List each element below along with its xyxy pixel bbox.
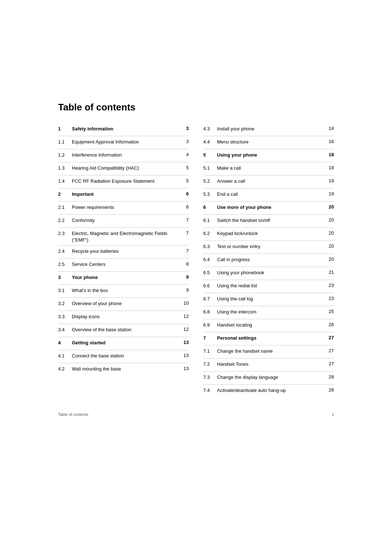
toc-num: 3.1 [58,287,72,294]
toc-label: Overview of your phone [72,300,180,307]
toc-label: Text or number entry [217,243,325,250]
toc-num: 3.4 [58,326,72,333]
toc-entry: 2.3Electric, Magnetic and Electromagneti… [58,228,189,246]
toc-page: 28 [325,373,334,380]
toc-label: Recycle your batteries [72,247,180,255]
toc-label: Using your phonebook [217,269,325,276]
toc-entry: 6.6Using the redial list23 [203,280,334,293]
toc-num: 6.3 [203,243,217,250]
toc-num: 3 [58,274,72,281]
toc-page: 8 [180,260,189,267]
toc-entry: 3.1What's in the box9 [58,285,189,298]
footer-page: 1 [332,412,334,417]
toc-label: End a call [217,190,325,198]
toc-entry: 5.1Make a call18 [203,162,334,175]
toc-label: What's in the box [72,287,180,294]
toc-entry: 1.3Hearing Aid Compatibility (HAC)5 [58,162,189,175]
toc-num: 5.1 [203,164,217,171]
toc-page: 3 [180,138,189,144]
toc-entry: 2.1Power requirements6 [58,202,189,215]
toc-label: Use more of your phone [217,203,325,211]
toc-page: 14 [325,125,334,131]
toc-page: 7 [180,230,189,236]
toc-page: 28 [325,386,334,393]
toc-num: 1.3 [58,164,72,171]
toc-num: 2.4 [58,247,72,255]
toc-page: 3 [180,125,189,131]
footer: Table of contents 1 [58,412,334,417]
toc-label: Connect the base station [72,352,180,359]
toc-num: 2.1 [58,203,72,211]
toc-entry: 6.4Call in progress20 [203,254,334,267]
toc-label: Make a call [217,164,325,171]
toc-page: 9 [180,274,189,280]
toc-num: 6.4 [203,256,217,263]
toc-page: 20 [325,203,334,210]
toc-num: 4.1 [58,352,72,359]
toc-page: 9 [180,287,189,293]
toc-num: 4.3 [203,125,217,132]
toc-label: Conformity [72,216,180,224]
toc-entry: 6.7Using the call log23 [203,293,334,306]
toc-entry: 1.2Interference Information4 [58,149,189,162]
toc-label: FCC RF Radiation Exposure Statement [72,177,180,185]
toc-label: Overview of the base station [72,326,180,333]
toc-num: 4.2 [58,365,72,372]
toc-label: Personal settings [217,334,325,341]
toc-entry: 3.3Display icons12 [58,311,189,324]
toc-page: 16 [325,138,334,144]
toc-label: Switch the handset on/off [217,216,325,224]
toc-entry: 6.1Switch the handset on/off20 [203,215,334,228]
toc-page: 23 [325,295,334,301]
toc-label: Power requirements [72,203,180,211]
toc-entry: 7.1Change the handset name27 [203,345,334,358]
toc-entry: 6.2Keypad lock/unlock20 [203,228,334,241]
toc-entry: 7.3Change the display language28 [203,372,334,385]
toc-label: Menu structure [217,138,325,145]
toc-page: 19 [325,190,334,197]
toc-label: Handset Tones [217,360,325,368]
toc-num: 7.1 [203,347,217,355]
toc-entry: 5.3End a call19 [203,189,334,202]
toc-entry: 4Getting started13 [58,337,189,350]
toc-num: 2.5 [58,260,72,268]
toc-entry: 3Your phone9 [58,272,189,285]
toc-page: 12 [180,326,189,332]
toc-label: Using the redial list [217,282,325,289]
toc-label: Display icons [72,313,180,320]
toc-label: Safety information [72,125,180,132]
toc-page: 19 [325,177,334,183]
toc-num: 1 [58,125,72,132]
toc-num: 3.3 [58,313,72,320]
toc-page: 6 [180,203,189,210]
toc-num: 6 [203,203,217,211]
toc-num: 7 [203,334,217,341]
toc-label: Handset locating [217,321,325,328]
toc-label: Your phone [72,274,180,281]
toc-entry: 7.2Handset Tones27 [203,358,334,372]
toc-page: 7 [180,216,189,223]
toc-num: 2 [58,190,72,198]
toc-label: Important [72,190,180,198]
toc-entry: 1.4FCC RF Radiation Exposure Statement5 [58,175,189,189]
toc-page: 13 [180,352,189,358]
toc-entry: 2.2Conformity7 [58,215,189,228]
toc-num: 6.6 [203,282,217,289]
toc-page: 5 [180,177,189,183]
toc-page: 13 [180,365,189,371]
toc-num: 1.4 [58,177,72,185]
toc-entry: 5.2Answer a call19 [203,175,334,189]
toc-page: 12 [180,313,189,319]
toc-num: 6.1 [203,216,217,224]
toc-entry: 1Safety information3 [58,123,189,136]
toc-label: Install your phone [217,125,325,132]
toc-num: 5 [203,151,217,158]
toc-entry: 4.3Install your phone14 [203,123,334,136]
toc-label: Keypad lock/unlock [217,230,325,237]
toc-entry: 2.4Recycle your batteries7 [58,246,189,259]
toc-entry: 4.2Wall mounting the base13 [58,363,189,376]
toc-entry: 6.8Using the intercom25 [203,306,334,319]
toc-num: 7.4 [203,386,217,394]
toc-page: 25 [325,308,334,314]
toc-num: 2.3 [58,230,72,237]
